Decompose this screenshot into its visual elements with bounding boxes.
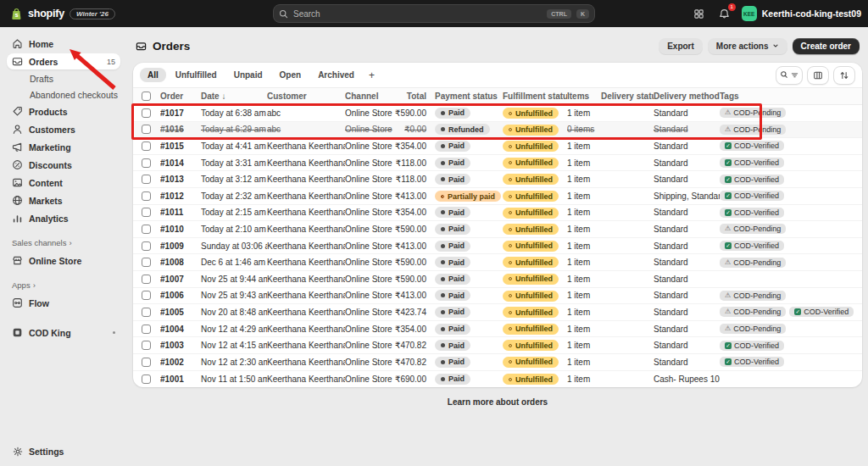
tab-unfulfilled[interactable]: Unfulfilled (168, 68, 225, 82)
sidebar-item-discounts[interactable]: Discounts (7, 157, 120, 173)
order-checkbox[interactable] (142, 308, 151, 317)
order-checkbox[interactable] (142, 125, 151, 134)
order-checkbox[interactable] (142, 258, 151, 267)
gear-icon (12, 446, 23, 457)
table-row[interactable]: #1006Nov 25 at 9:43 amKeerthana Keerthan… (133, 288, 862, 305)
sidebar-item-label: Drafts (30, 74, 115, 84)
items-count: 1 item (567, 358, 601, 367)
table-row[interactable]: #1014Today at 3:31 amKeerthana Keerthana… (133, 155, 862, 172)
sidebar-item-products[interactable]: Products (7, 103, 120, 119)
table-row[interactable]: #1001Nov 11 at 1:50 amKeerthana Keerthan… (133, 371, 862, 388)
open-circle-icon (509, 344, 512, 347)
table-row[interactable]: #1005Nov 20 at 8:48 amKeerthana Keerthan… (133, 304, 862, 321)
chevron-right-icon: › (33, 280, 36, 290)
order-checkbox[interactable] (142, 341, 151, 350)
items-count: 1 item (567, 241, 601, 251)
sidebar-item-online-store[interactable]: Online Store (7, 252, 120, 269)
sidebar-item-drafts[interactable]: Drafts (7, 71, 120, 86)
column-header-date[interactable]: Date ↓ (201, 92, 267, 101)
sidebar-item-flow[interactable]: Flow (7, 295, 120, 311)
sidebar-section-sales-channels[interactable]: Sales channels› (7, 238, 120, 247)
admin-apps-icon[interactable] (691, 5, 708, 22)
order-total: ₹118.00 (394, 175, 435, 184)
table-row[interactable]: #1015Today at 4:41 amKeerthana Keerthana… (133, 138, 862, 155)
user-menu[interactable]: KEE Keerthi-cod-king-test09 (742, 6, 861, 21)
order-date: Sunday at 03:06 am (201, 241, 267, 251)
export-button[interactable]: Export (659, 38, 703, 54)
order-checkbox[interactable] (142, 108, 151, 118)
sidebar-item-content[interactable]: Content (7, 175, 120, 191)
fulfillment-status-badge: Unfulfilled (503, 174, 559, 185)
table-row[interactable]: #1009Sunday at 03:06 amKeerthana Keertha… (133, 238, 862, 255)
order-tag: ⚠COD-Pending (720, 324, 786, 334)
order-checkbox[interactable] (142, 374, 151, 384)
sidebar-item-markets[interactable]: Markets (7, 192, 120, 208)
tab-archived[interactable]: Archived (310, 68, 362, 82)
sort-icon[interactable] (833, 66, 855, 85)
sidebar-section-apps[interactable]: Apps› (7, 280, 120, 290)
bell-icon[interactable]: 1 (716, 5, 733, 22)
order-checkbox[interactable] (142, 208, 151, 217)
order-total: ₹690.00 (394, 374, 435, 384)
more-actions-button[interactable]: More actions (708, 38, 787, 54)
table-row[interactable]: #1011Today at 2:15 amKeerthana Keerthana… (133, 205, 862, 222)
sidebar-item-customers[interactable]: Customers (7, 121, 120, 137)
order-checkbox[interactable] (142, 191, 151, 201)
sidebar-item-abandoned-checkouts[interactable]: Abandoned checkouts (7, 87, 120, 102)
sales-channel: Online Store (345, 275, 394, 284)
payment-status-cell: Paid (435, 241, 503, 252)
table-row[interactable]: #1008Dec 6 at 1:46 amKeerthana Keerthana… (133, 254, 862, 271)
tab-all[interactable]: All (140, 68, 166, 82)
select-all-checkbox[interactable] (142, 92, 151, 101)
order-checkbox[interactable] (142, 141, 151, 151)
order-checkbox[interactable] (142, 291, 151, 300)
customer-name: Keerthana Keerthana (267, 158, 345, 168)
column-header-fulfillment-status: Fulfillment status (503, 92, 567, 101)
order-date: Today at 6:38 am (201, 108, 267, 118)
table-row[interactable]: #1017Today at 6:38 amabcOnline Store₹590… (133, 105, 862, 122)
filled-dot-icon (441, 161, 445, 165)
order-checkbox[interactable] (142, 158, 151, 168)
order-total: ₹423.74 (394, 308, 435, 317)
sidebar-item-orders[interactable]: Orders15 (7, 53, 120, 69)
columns-icon[interactable] (807, 66, 829, 85)
table-row[interactable]: #1004Nov 12 at 4:29 amKeerthana Keerthan… (133, 321, 862, 338)
notification-badge: 1 (728, 3, 736, 11)
table-row[interactable]: #1002Nov 12 at 2:30 amKeerthana Keerthan… (133, 354, 862, 371)
table-row[interactable]: #1007Nov 25 at 9:44 amKeerthana Keerthan… (133, 271, 862, 288)
table-row[interactable]: #1016Today at 6:29 amabcOnline Store₹0.0… (133, 122, 862, 139)
table-row[interactable]: #1003Nov 12 at 4:15 amKeerthana Keerthan… (133, 337, 862, 354)
sidebar-item-settings[interactable]: Settings (7, 443, 120, 459)
table-row[interactable]: #1012Today at 2:32 amKeerthana Keerthana… (133, 188, 862, 205)
order-total: ₹354.00 (394, 325, 435, 334)
sidebar-item-home[interactable]: Home (7, 36, 120, 52)
order-number: #1003 (160, 341, 201, 350)
items-count: 1 item (567, 325, 601, 334)
order-total: ₹413.00 (394, 191, 435, 201)
table-row[interactable]: #1010Today at 2:10 amKeerthana Keerthana… (133, 221, 862, 238)
shopify-logo[interactable]: s shopify Winter '26 (0, 8, 115, 20)
check-icon: ✓ (725, 176, 732, 183)
tab-open[interactable]: Open (272, 68, 309, 82)
add-view-button[interactable]: + (362, 68, 381, 83)
order-total: ₹590.00 (394, 225, 435, 234)
sidebar-item-marketing[interactable]: Marketing (7, 139, 120, 155)
customer-name: Keerthana Keerthana (267, 275, 345, 284)
delivery-method: Standard (654, 175, 720, 184)
order-checkbox[interactable] (142, 225, 151, 234)
order-checkbox[interactable] (142, 175, 151, 184)
sidebar-item-cod-king[interactable]: COD King (7, 325, 120, 341)
order-checkbox[interactable] (142, 358, 151, 367)
search-filter-button[interactable] (776, 66, 803, 85)
sidebar-item-analytics[interactable]: Analytics (7, 210, 120, 226)
search-input[interactable]: Search CTRL K (273, 4, 595, 23)
create-order-button[interactable]: Create order (793, 38, 860, 54)
order-checkbox[interactable] (142, 275, 151, 284)
learn-more-link[interactable]: Learn more about orders (448, 397, 548, 407)
table-row[interactable]: #1013Today at 3:12 amKeerthana Keerthana… (133, 171, 862, 188)
payment-status-cell: Paid (435, 207, 503, 218)
order-checkbox[interactable] (142, 325, 151, 334)
open-circle-icon (509, 360, 512, 363)
tab-unpaid[interactable]: Unpaid (226, 68, 270, 82)
order-checkbox[interactable] (142, 241, 151, 251)
